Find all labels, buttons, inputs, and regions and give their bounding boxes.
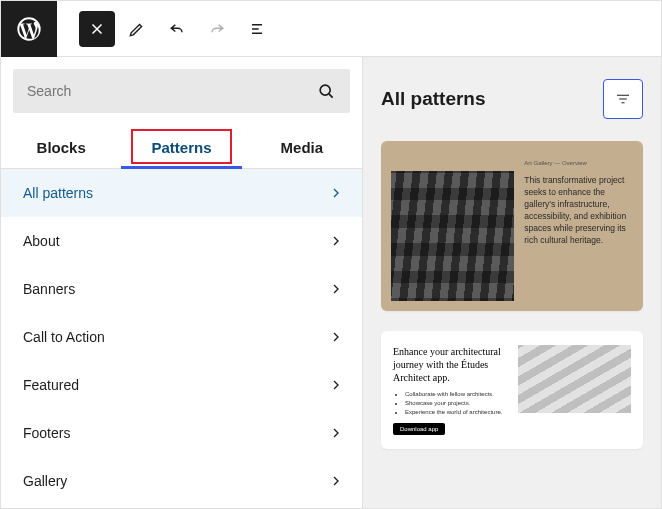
pattern-card[interactable]: Enhance your architectural journey with … bbox=[381, 331, 643, 449]
pattern-thumbnail-text: Enhance your architectural journey with … bbox=[393, 345, 506, 435]
chevron-right-icon bbox=[328, 473, 344, 489]
body-text: This transformative project seeks to enh… bbox=[524, 175, 627, 246]
kicker-text: Art Gallery — Overview bbox=[524, 159, 627, 167]
chevron-right-icon bbox=[328, 185, 344, 201]
search-input[interactable] bbox=[27, 83, 316, 99]
cta-label: Download app bbox=[393, 423, 445, 435]
category-label: Featured bbox=[23, 377, 79, 393]
inserter-panel: Blocks Patterns Media All patterns About… bbox=[1, 57, 363, 508]
category-about[interactable]: About bbox=[1, 217, 362, 265]
chevron-right-icon bbox=[328, 281, 344, 297]
redo-button[interactable] bbox=[199, 11, 235, 47]
tab-blocks[interactable]: Blocks bbox=[1, 125, 121, 168]
pattern-thumbnail-text: Art Gallery — Overview This transformati… bbox=[524, 151, 633, 301]
tab-patterns[interactable]: Patterns bbox=[121, 125, 241, 168]
pencil-icon bbox=[127, 19, 147, 39]
category-footers[interactable]: Footers bbox=[1, 409, 362, 457]
top-toolbar bbox=[1, 1, 661, 57]
preview-header: All patterns bbox=[381, 79, 643, 119]
preview-heading: All patterns bbox=[381, 88, 486, 110]
search-icon bbox=[316, 81, 336, 101]
search-box[interactable] bbox=[13, 69, 350, 113]
tab-media[interactable]: Media bbox=[242, 125, 362, 168]
category-call-to-action[interactable]: Call to Action bbox=[1, 313, 362, 361]
bullet-text: Experience the world of architecture. bbox=[405, 408, 506, 417]
redo-icon bbox=[207, 19, 227, 39]
category-label: Footers bbox=[23, 425, 70, 441]
pattern-thumbnail-image bbox=[391, 171, 514, 301]
tab-patterns-label: Patterns bbox=[151, 139, 211, 156]
undo-icon bbox=[167, 19, 187, 39]
category-label: All patterns bbox=[23, 185, 93, 201]
category-label: About bbox=[23, 233, 60, 249]
pattern-preview-panel: All patterns Art Gallery — Overview This… bbox=[363, 57, 661, 508]
category-label: Gallery bbox=[23, 473, 67, 489]
pattern-card[interactable]: Art Gallery — Overview This transformati… bbox=[381, 141, 643, 311]
category-gallery[interactable]: Gallery bbox=[1, 457, 362, 505]
document-overview-button[interactable] bbox=[239, 11, 275, 47]
svg-point-0 bbox=[320, 85, 330, 95]
edit-tool-button[interactable] bbox=[119, 11, 155, 47]
chevron-right-icon bbox=[328, 377, 344, 393]
category-all-patterns[interactable]: All patterns bbox=[1, 169, 362, 217]
wordpress-icon bbox=[15, 15, 43, 43]
filter-button[interactable] bbox=[603, 79, 643, 119]
category-featured[interactable]: Featured bbox=[1, 361, 362, 409]
main-area: Blocks Patterns Media All patterns About… bbox=[1, 57, 661, 508]
inserter-tabs: Blocks Patterns Media bbox=[1, 125, 362, 169]
chevron-right-icon bbox=[328, 329, 344, 345]
category-banners[interactable]: Banners bbox=[1, 265, 362, 313]
pattern-category-list: All patterns About Banners Call to Actio… bbox=[1, 169, 362, 508]
undo-button[interactable] bbox=[159, 11, 195, 47]
filter-icon bbox=[614, 90, 632, 108]
chevron-right-icon bbox=[328, 233, 344, 249]
pattern-thumbnail-image bbox=[518, 345, 631, 413]
bullet-text: Showcase your projects. bbox=[405, 399, 506, 408]
category-label: Call to Action bbox=[23, 329, 105, 345]
wordpress-logo[interactable] bbox=[1, 1, 57, 57]
bullet-text: Collaborate with fellow architects. bbox=[405, 390, 506, 399]
chevron-right-icon bbox=[328, 425, 344, 441]
list-view-icon bbox=[247, 19, 267, 39]
card-heading: Enhance your architectural journey with … bbox=[393, 345, 506, 384]
category-label: Banners bbox=[23, 281, 75, 297]
close-inserter-button[interactable] bbox=[79, 11, 115, 47]
close-icon bbox=[88, 20, 106, 38]
